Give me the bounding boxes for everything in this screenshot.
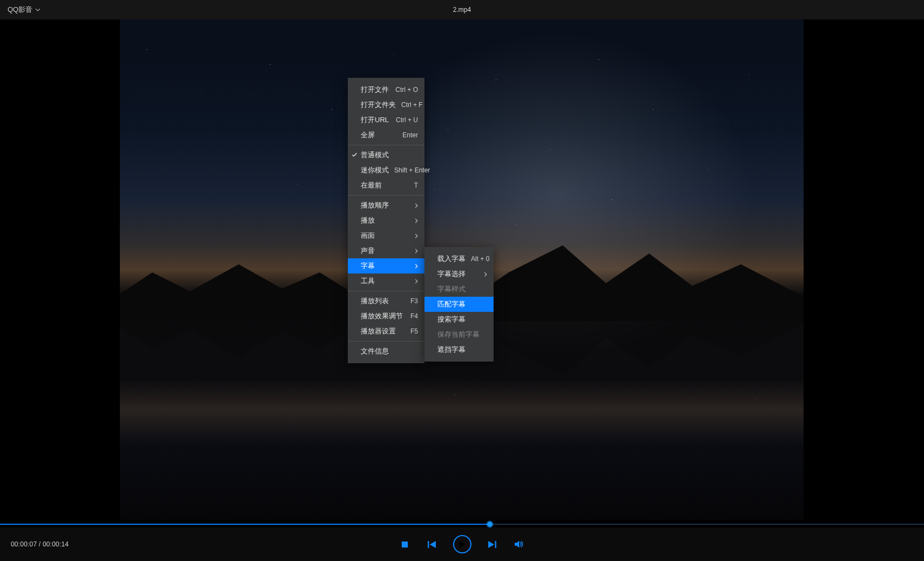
context-menu-item[interactable]: 播放 bbox=[348, 213, 424, 228]
context-menu-item-label: 普通模式 bbox=[361, 150, 418, 160]
progress-bar[interactable] bbox=[0, 521, 924, 527]
context-menu-separator bbox=[348, 291, 424, 291]
next-button[interactable] bbox=[487, 538, 498, 550]
chevron-right-icon bbox=[415, 203, 418, 208]
play-button[interactable] bbox=[453, 535, 471, 553]
progress-knob[interactable] bbox=[487, 522, 493, 527]
subtitle-submenu-item[interactable]: 匹配字幕 bbox=[424, 297, 494, 312]
context-menu-item-label: 声音 bbox=[361, 246, 410, 256]
previous-icon bbox=[428, 541, 436, 548]
context-menu-item[interactable]: 声音 bbox=[348, 243, 424, 258]
chevron-right-icon bbox=[415, 249, 418, 253]
context-menu-item-label: 播放顺序 bbox=[361, 201, 410, 210]
context-menu-item-shortcut: Enter bbox=[402, 131, 418, 139]
check-icon bbox=[352, 153, 358, 157]
context-menu-item[interactable]: 打开URLCtrl + U bbox=[348, 112, 424, 128]
context-menu-item-shortcut: Ctrl + O bbox=[395, 86, 418, 94]
context-menu-item[interactable]: 播放列表F3 bbox=[348, 293, 424, 309]
context-menu-item[interactable]: 打开文件夹Ctrl + F bbox=[348, 97, 424, 112]
volume-icon bbox=[515, 540, 524, 548]
chevron-right-icon bbox=[415, 279, 418, 284]
context-menu-item-label: 打开URL bbox=[361, 115, 390, 125]
context-menu-item[interactable]: 全屏Enter bbox=[348, 128, 424, 143]
context-menu-separator bbox=[348, 341, 424, 342]
next-icon bbox=[488, 541, 496, 548]
time-display: 00:00:07 / 00:00:14 bbox=[11, 540, 69, 548]
subtitle-submenu-item-label: 保存当前字幕 bbox=[437, 330, 487, 339]
chevron-right-icon bbox=[415, 218, 418, 223]
context-menu-item[interactable]: 在最前T bbox=[348, 178, 424, 193]
context-menu-item-shortcut: T bbox=[414, 182, 418, 189]
context-menu-item-label: 迷你模式 bbox=[361, 165, 389, 175]
context-menu-item[interactable]: 普通模式 bbox=[348, 148, 424, 163]
context-menu-item[interactable]: 播放效果调节F4 bbox=[348, 309, 424, 324]
time-sep: / bbox=[39, 540, 43, 548]
context-menu-item[interactable]: 播放器设置F5 bbox=[348, 324, 424, 339]
transport-controls bbox=[399, 535, 525, 553]
subtitle-submenu-item[interactable]: 遮挡字幕 bbox=[424, 342, 494, 357]
chevron-right-icon bbox=[415, 233, 418, 238]
context-menu-separator bbox=[348, 195, 424, 196]
context-menu-item-shortcut: Ctrl + F bbox=[401, 101, 423, 109]
context-menu-item-label: 全屏 bbox=[361, 130, 397, 140]
context-menu-item-label: 工具 bbox=[361, 276, 410, 286]
previous-button[interactable] bbox=[426, 538, 438, 550]
time-current: 00:00:07 bbox=[11, 540, 37, 548]
subtitle-submenu-item[interactable]: 字幕选择 bbox=[424, 266, 494, 282]
subtitle-submenu-item: 字幕样式 bbox=[424, 282, 494, 297]
context-menu-item-shortcut: F5 bbox=[410, 328, 418, 335]
context-menu-item-label: 画面 bbox=[361, 231, 410, 241]
context-menu-separator bbox=[348, 145, 424, 145]
context-menu-item-shortcut: Shift + Enter bbox=[394, 166, 430, 174]
subtitle-submenu-item-label: 匹配字幕 bbox=[437, 299, 487, 309]
subtitle-submenu-item[interactable]: 搜索字幕 bbox=[424, 312, 494, 327]
app-menu-button[interactable]: QQ影音 bbox=[8, 5, 40, 15]
play-icon bbox=[459, 541, 465, 548]
subtitle-submenu-item-label: 字幕选择 bbox=[437, 269, 480, 279]
subtitle-submenu-item-label: 遮挡字幕 bbox=[437, 345, 487, 355]
context-menu-item-label: 打开文件夹 bbox=[361, 100, 396, 110]
svg-rect-0 bbox=[402, 541, 408, 547]
context-menu-item-label: 打开文件 bbox=[361, 85, 390, 95]
file-title: 2.mp4 bbox=[453, 6, 471, 14]
context-menu-item-label: 播放 bbox=[361, 216, 410, 225]
progress-played bbox=[0, 524, 490, 525]
context-menu-item[interactable]: 工具 bbox=[348, 273, 424, 289]
chevron-right-icon bbox=[484, 272, 487, 277]
context-menu-item-label: 在最前 bbox=[361, 181, 409, 190]
subtitle-submenu: 载入字幕Alt + 0字幕选择字幕样式匹配字幕搜索字幕保存当前字幕遮挡字幕 bbox=[424, 247, 494, 362]
chevron-down-icon bbox=[36, 9, 40, 11]
context-menu: 打开文件Ctrl + O打开文件夹Ctrl + F打开URLCtrl + U全屏… bbox=[348, 78, 424, 363]
chevron-right-icon bbox=[415, 264, 418, 269]
context-menu-item-label: 播放器设置 bbox=[361, 326, 405, 336]
context-menu-item[interactable]: 文件信息 bbox=[348, 344, 424, 359]
context-menu-item-label: 字幕 bbox=[361, 261, 410, 271]
context-menu-item-shortcut: F3 bbox=[410, 297, 418, 305]
context-menu-item-label: 文件信息 bbox=[361, 346, 418, 356]
context-menu-item-shortcut: Ctrl + U bbox=[396, 116, 418, 124]
time-total: 00:00:14 bbox=[43, 540, 69, 548]
context-menu-item[interactable]: 字幕 bbox=[348, 258, 424, 273]
svg-rect-1 bbox=[428, 541, 429, 548]
title-bar: QQ影音 2.mp4 bbox=[0, 0, 924, 19]
stop-button[interactable] bbox=[399, 538, 411, 550]
context-menu-item-shortcut: F4 bbox=[410, 312, 418, 320]
context-menu-item[interactable]: 打开文件Ctrl + O bbox=[348, 82, 424, 97]
context-menu-item[interactable]: 迷你模式Shift + Enter bbox=[348, 163, 424, 178]
subtitle-submenu-item-shortcut: Alt + 0 bbox=[471, 255, 489, 263]
svg-rect-2 bbox=[495, 541, 496, 548]
subtitle-submenu-item-label: 搜索字幕 bbox=[437, 315, 487, 324]
context-menu-item[interactable]: 画面 bbox=[348, 228, 424, 243]
subtitle-submenu-item-label: 载入字幕 bbox=[437, 254, 466, 264]
app-name-label: QQ影音 bbox=[8, 5, 32, 15]
context-menu-item[interactable]: 播放顺序 bbox=[348, 198, 424, 213]
control-bar: 00:00:07 / 00:00:14 bbox=[0, 527, 924, 561]
stop-icon bbox=[401, 541, 408, 548]
volume-button[interactable] bbox=[514, 538, 525, 550]
context-menu-item-label: 播放效果调节 bbox=[361, 311, 405, 321]
subtitle-submenu-item: 保存当前字幕 bbox=[424, 327, 494, 342]
subtitle-submenu-item[interactable]: 载入字幕Alt + 0 bbox=[424, 251, 494, 266]
context-menu-item-label: 播放列表 bbox=[361, 296, 405, 306]
subtitle-submenu-item-label: 字幕样式 bbox=[437, 284, 487, 294]
